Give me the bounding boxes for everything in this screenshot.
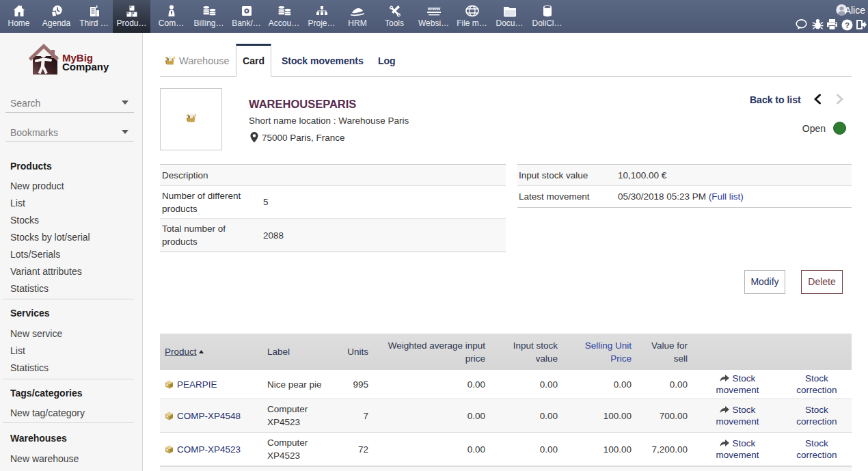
svg-text:?: ? <box>845 21 850 29</box>
svg-text:www: www <box>426 5 440 12</box>
svg-text:Company: Company <box>62 61 109 72</box>
